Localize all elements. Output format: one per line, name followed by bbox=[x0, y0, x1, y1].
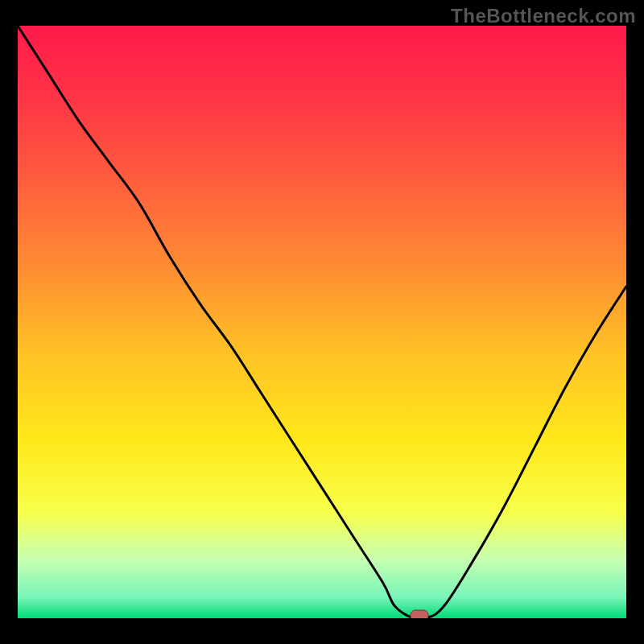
gradient-background bbox=[18, 26, 626, 618]
optimal-marker bbox=[411, 610, 428, 618]
watermark-text: TheBottleneck.com bbox=[451, 5, 636, 27]
plot-area bbox=[18, 26, 626, 618]
bottleneck-chart bbox=[18, 26, 626, 618]
chart-frame: TheBottleneck.com bbox=[0, 0, 644, 644]
